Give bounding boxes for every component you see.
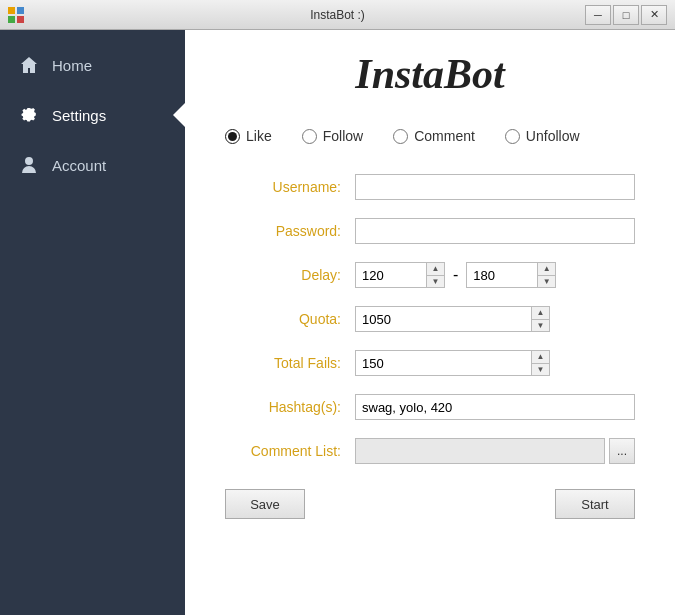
content-area: InstaBot Like Follow Comment Unfollow Us… [185, 30, 675, 615]
hashtags-row: Hashtag(s): [225, 394, 635, 420]
delay-min-down-btn[interactable]: ▼ [427, 275, 444, 288]
browse-button[interactable]: ... [609, 438, 635, 464]
quota-spinner: ▲ ▼ [355, 306, 550, 332]
comment-list-label: Comment List: [225, 443, 355, 459]
total-fails-spinner: ▲ ▼ [355, 350, 550, 376]
sidebar: Home Settings Account [0, 30, 185, 615]
app-title: InstaBot [225, 50, 635, 98]
svg-rect-0 [8, 7, 15, 14]
quota-down-btn[interactable]: ▼ [532, 319, 549, 332]
account-icon [18, 154, 40, 176]
quota-row: Quota: ▲ ▼ [225, 306, 635, 332]
settings-icon [18, 104, 40, 126]
username-label: Username: [225, 179, 355, 195]
total-fails-row: Total Fails: ▲ ▼ [225, 350, 635, 376]
delay-row: Delay: ▲ ▼ - ▲ ▼ [225, 262, 635, 288]
quota-up-btn[interactable]: ▲ [532, 307, 549, 319]
delay-label: Delay: [225, 267, 355, 283]
delay-max-up-btn[interactable]: ▲ [538, 263, 555, 275]
start-button[interactable]: Start [555, 489, 635, 519]
radio-like[interactable]: Like [225, 128, 272, 144]
password-row: Password: [225, 218, 635, 244]
total-fails-input[interactable] [356, 351, 531, 375]
sidebar-account-label: Account [52, 157, 106, 174]
total-fails-spinner-btns: ▲ ▼ [531, 351, 549, 375]
radio-row: Like Follow Comment Unfollow [225, 118, 635, 154]
sidebar-home-label: Home [52, 57, 92, 74]
hashtags-label: Hashtag(s): [225, 399, 355, 415]
window-controls: ─ □ ✕ [585, 5, 667, 25]
password-input[interactable] [355, 218, 635, 244]
maximize-button[interactable]: □ [613, 5, 639, 25]
quota-spinner-btns: ▲ ▼ [531, 307, 549, 331]
delay-spinner-group: ▲ ▼ - ▲ ▼ [355, 262, 556, 288]
sidebar-settings-label: Settings [52, 107, 106, 124]
bottom-bar: Save Start [225, 489, 635, 519]
username-row: Username: [225, 174, 635, 200]
title-bar: InstaBot :) ─ □ ✕ [0, 0, 675, 30]
title-bar-icon [8, 7, 24, 23]
sidebar-item-settings[interactable]: Settings [0, 90, 185, 140]
radio-like-label: Like [246, 128, 272, 144]
radio-follow-label: Follow [323, 128, 363, 144]
radio-follow-input[interactable] [302, 129, 317, 144]
delay-min-spinner: ▲ ▼ [355, 262, 445, 288]
radio-comment-input[interactable] [393, 129, 408, 144]
delay-max-spinner: ▲ ▼ [466, 262, 556, 288]
delay-min-input[interactable] [356, 263, 426, 287]
radio-unfollow-label: Unfollow [526, 128, 580, 144]
radio-follow[interactable]: Follow [302, 128, 363, 144]
radio-comment[interactable]: Comment [393, 128, 475, 144]
main-layout: Home Settings Account InstaBot [0, 30, 675, 615]
delay-min-up-btn[interactable]: ▲ [427, 263, 444, 275]
radio-comment-label: Comment [414, 128, 475, 144]
delay-max-down-btn[interactable]: ▼ [538, 275, 555, 288]
radio-like-input[interactable] [225, 129, 240, 144]
comment-list-wrap: ... [355, 438, 635, 464]
minimize-button[interactable]: ─ [585, 5, 611, 25]
hashtags-input[interactable] [355, 394, 635, 420]
home-icon [18, 54, 40, 76]
sidebar-item-account[interactable]: Account [0, 140, 185, 190]
total-fails-down-btn[interactable]: ▼ [532, 363, 549, 376]
window-title: InstaBot :) [310, 8, 365, 22]
delay-max-input[interactable] [467, 263, 537, 287]
username-input[interactable] [355, 174, 635, 200]
total-fails-label: Total Fails: [225, 355, 355, 371]
delay-max-spinner-btns: ▲ ▼ [537, 263, 555, 287]
svg-rect-2 [8, 16, 15, 23]
total-fails-up-btn[interactable]: ▲ [532, 351, 549, 363]
password-label: Password: [225, 223, 355, 239]
delay-separator: - [453, 266, 458, 284]
comment-list-row: Comment List: ... [225, 438, 635, 464]
radio-unfollow[interactable]: Unfollow [505, 128, 580, 144]
active-arrow [173, 103, 185, 127]
svg-rect-1 [17, 7, 24, 14]
quota-input[interactable] [356, 307, 531, 331]
sidebar-item-home[interactable]: Home [0, 40, 185, 90]
app-icon [8, 7, 24, 23]
close-button[interactable]: ✕ [641, 5, 667, 25]
radio-unfollow-input[interactable] [505, 129, 520, 144]
save-button[interactable]: Save [225, 489, 305, 519]
comment-list-input[interactable] [355, 438, 605, 464]
delay-min-spinner-btns: ▲ ▼ [426, 263, 444, 287]
svg-rect-3 [17, 16, 24, 23]
quota-label: Quota: [225, 311, 355, 327]
